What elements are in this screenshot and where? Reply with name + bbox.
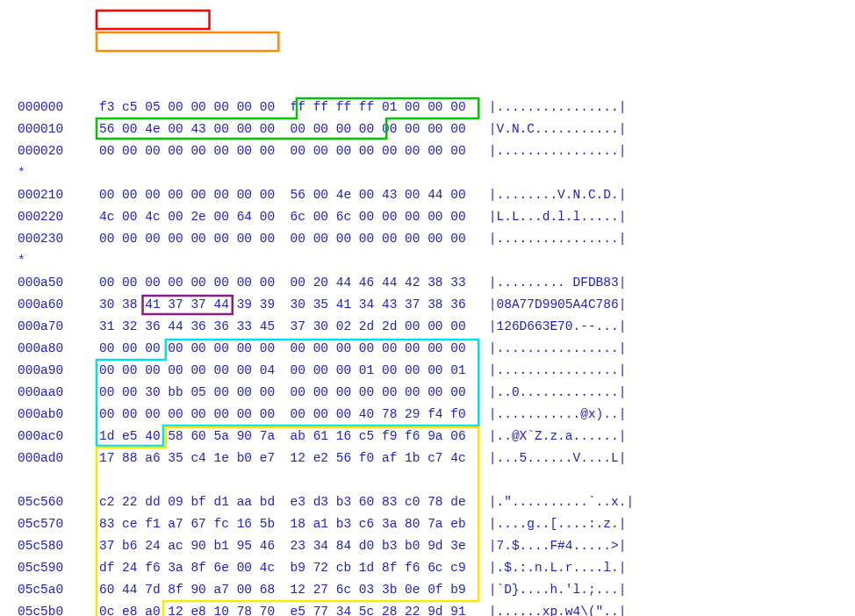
hex-bytes: 00 00 30 bb 05 00 00 00 00 00 00 00 00 0… [99, 385, 489, 399]
offset: 000a80 [18, 338, 99, 360]
offset: * [18, 250, 99, 272]
hex-bytes: 00 00 00 00 00 00 00 00 00 00 00 00 00 0… [99, 232, 489, 246]
hex-row: 000a5000 00 00 00 00 00 00 00 00 20 44 4… [18, 272, 837, 294]
highlight-orange [97, 32, 278, 51]
hex-row: 0002204c 00 4c 00 2e 00 64 00 6c 00 6c 0… [18, 206, 837, 228]
hex-row: * [18, 250, 837, 272]
ascii: |L.L...d.l.l.....| [489, 206, 627, 228]
offset: 000000 [18, 97, 99, 118]
offset: 05c580 [18, 535, 99, 557]
offset: 000220 [18, 206, 99, 228]
ascii: |.$.:.n.L.r....l.| [489, 557, 627, 579]
offset: 000a90 [18, 360, 99, 382]
offset: 05c590 [18, 557, 99, 579]
hex-row: 000aa000 00 30 bb 05 00 00 00 00 00 00 0… [18, 382, 837, 404]
hex-bytes: df 24 f6 3a 8f 6e 00 4c b9 72 cb 1d 8f f… [99, 561, 489, 575]
ascii: |................| [489, 140, 627, 162]
hex-bytes: 1d e5 40 58 60 5a 90 7a ab 61 16 c5 f9 f… [99, 429, 489, 443]
ascii: |."..........`..x.| [489, 491, 634, 513]
ascii: |..0.............| [489, 382, 627, 404]
offset: 000020 [18, 140, 99, 162]
hex-row [18, 469, 837, 491]
hex-bytes: 00 00 00 00 00 00 00 00 00 00 00 40 78 2… [99, 407, 489, 421]
hex-bytes: 00 00 00 00 00 00 00 04 00 00 00 01 00 0… [99, 363, 489, 377]
offset: 000aa0 [18, 382, 99, 404]
ascii: |................| [489, 338, 627, 360]
hex-row: 00021000 00 00 00 00 00 00 00 56 00 4e 0… [18, 184, 837, 206]
hex-bytes: 31 32 36 44 36 36 33 45 37 30 02 2d 2d 0… [99, 319, 489, 333]
hex-row: 05c58037 b6 24 ac 90 b1 95 46 23 34 84 d… [18, 535, 837, 557]
hex-bytes: 30 38 41 37 37 44 39 39 30 35 41 34 43 3… [99, 297, 489, 312]
hex-bytes: 37 b6 24 ac 90 b1 95 46 23 34 84 d0 b3 b… [99, 539, 489, 553]
hex-bytes: 56 00 4e 00 43 00 00 00 00 00 00 00 00 0… [99, 122, 489, 136]
hex-row: 00023000 00 00 00 00 00 00 00 00 00 00 0… [18, 228, 837, 250]
offset: 05c570 [18, 513, 99, 535]
offset: 000a50 [18, 272, 99, 294]
hex-bytes [99, 473, 489, 487]
hex-row: 05c57083 ce f1 a7 67 fc 16 5b 18 a1 b3 c… [18, 513, 837, 535]
ascii: |......xp.w4\("..| [489, 601, 627, 616]
hex-row: 000a9000 00 00 00 00 00 00 04 00 00 00 0… [18, 360, 837, 382]
highlight-red [97, 11, 210, 29]
ascii: |................| [489, 360, 627, 382]
hexdump: 000000f3 c5 05 00 00 00 00 00 ff ff ff f… [18, 97, 837, 616]
hex-row: 05c560c2 22 dd 09 bf d1 aa bd e3 d3 b3 6… [18, 491, 837, 513]
ascii: |........V.N.C.D.| [489, 184, 627, 206]
offset: 000210 [18, 184, 99, 206]
hex-bytes: 17 88 a6 35 c4 1e b0 e7 12 e2 56 f0 af 1… [99, 451, 489, 465]
hex-row: 000a8000 00 00 00 00 00 00 00 00 00 00 0… [18, 338, 837, 360]
ascii: |`D}....h.'l.;...| [489, 579, 627, 601]
hex-row: 00001056 00 4e 00 43 00 00 00 00 00 00 0… [18, 118, 837, 140]
ascii: |................| [489, 97, 627, 118]
offset: 000a60 [18, 294, 99, 316]
hex-bytes: 00 00 00 00 00 00 00 00 56 00 4e 00 43 0… [99, 188, 489, 202]
hex-bytes: 00 00 00 00 00 00 00 00 00 20 44 46 44 4… [99, 276, 489, 290]
hex-row: 000a6030 38 41 37 37 44 39 39 30 35 41 3… [18, 294, 837, 316]
offset: 000ab0 [18, 404, 99, 426]
ascii: |......... DFDB83| [489, 272, 627, 294]
hex-row: * [18, 162, 837, 184]
offset: 000a70 [18, 316, 99, 338]
hex-bytes: 0c e8 a0 12 e8 10 78 70 e5 77 34 5c 28 2… [99, 605, 489, 616]
ascii: |126D663E70.--...| [489, 316, 627, 338]
hex-bytes: 00 00 00 00 00 00 00 00 00 00 00 00 00 0… [99, 144, 489, 158]
hex-row: 000000f3 c5 05 00 00 00 00 00 ff ff ff f… [18, 97, 837, 118]
ascii: |V.N.C...........| [489, 118, 627, 140]
hex-row: 00002000 00 00 00 00 00 00 00 00 00 00 0… [18, 140, 837, 162]
hex-row: 05c590df 24 f6 3a 8f 6e 00 4c b9 72 cb 1… [18, 557, 837, 579]
hex-row: 000ad017 88 a6 35 c4 1e b0 e7 12 e2 56 f… [18, 448, 837, 469]
ascii: |..@X`Z.z.a......| [489, 426, 627, 448]
hex-row: 000a7031 32 36 44 36 36 33 45 37 30 02 2… [18, 316, 837, 338]
offset: 000010 [18, 118, 99, 140]
hex-bytes [99, 254, 489, 268]
hex-row: 000ac01d e5 40 58 60 5a 90 7a ab 61 16 c… [18, 426, 837, 448]
offset: 000230 [18, 228, 99, 250]
offset: 05c5b0 [18, 601, 99, 616]
offset: 000ad0 [18, 448, 99, 469]
hex-row: 000ab000 00 00 00 00 00 00 00 00 00 00 4… [18, 404, 837, 426]
offset: 05c5a0 [18, 579, 99, 601]
ascii: |................| [489, 228, 627, 250]
hex-bytes: f3 c5 05 00 00 00 00 00 ff ff ff ff 01 0… [99, 100, 489, 114]
hex-row: 05c5a060 44 7d 8f 90 a7 00 68 12 27 6c 0… [18, 579, 837, 601]
hex-bytes: 83 ce f1 a7 67 fc 16 5b 18 a1 b3 c6 3a 8… [99, 517, 489, 531]
ascii: |...5......V....L| [489, 448, 627, 469]
offset: 05c560 [18, 491, 99, 513]
ascii: |7.$....F#4.....>| [489, 535, 627, 557]
hex-bytes: 4c 00 4c 00 2e 00 64 00 6c 00 6c 00 00 0… [99, 210, 489, 224]
ascii: |...........@x)..| [489, 404, 627, 426]
hex-bytes: 00 00 00 00 00 00 00 00 00 00 00 00 00 0… [99, 341, 489, 355]
offset: 000ac0 [18, 426, 99, 448]
hex-row: 05c5b00c e8 a0 12 e8 10 78 70 e5 77 34 5… [18, 601, 837, 616]
hex-bytes: 60 44 7d 8f 90 a7 00 68 12 27 6c 03 3b 0… [99, 583, 489, 597]
hex-bytes: c2 22 dd 09 bf d1 aa bd e3 d3 b3 60 83 c… [99, 495, 489, 509]
hex-bytes [99, 166, 489, 180]
offset: * [18, 162, 99, 184]
ascii: |....g..[....:.z.| [489, 513, 627, 535]
ascii: |08A77D9905A4C786| [489, 294, 627, 316]
